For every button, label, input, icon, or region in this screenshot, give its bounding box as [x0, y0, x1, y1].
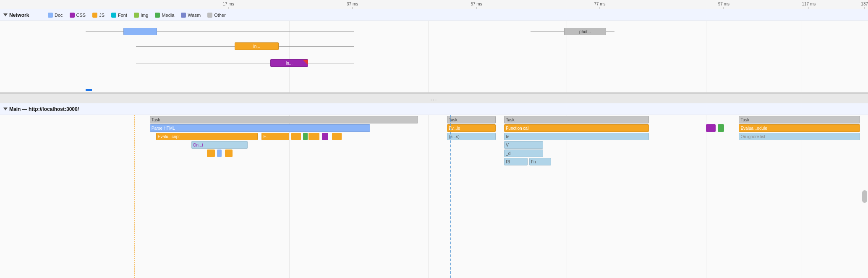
legend-color-js	[92, 13, 97, 18]
time-marker: 117 ms	[802, 2, 816, 6]
flame-block[interactable]	[225, 149, 233, 157]
legend-item-js: JS	[92, 13, 105, 18]
legend-label: Doc	[55, 13, 63, 18]
legend-item-img: Img	[134, 13, 148, 18]
legend-item-media: Media	[155, 13, 174, 18]
legend-label: Img	[141, 13, 148, 18]
grid-line	[428, 21, 429, 92]
net-bar-block	[123, 28, 157, 35]
grid-line	[706, 115, 706, 278]
collapse-icon[interactable]	[3, 13, 8, 16]
legend-label: Media	[162, 13, 174, 18]
timeline-container: 17 ms37 ms57 ms77 ms97 ms117 ms137 Netwo…	[0, 0, 868, 278]
flame-block[interactable]: Task	[447, 116, 496, 123]
timing-line	[134, 115, 135, 278]
flame-block[interactable]: Parse HTML	[150, 124, 371, 132]
net-bar-block: phot...	[564, 28, 606, 35]
legend-label: Other	[214, 13, 226, 18]
main-collapse-icon[interactable]	[3, 108, 8, 110]
flame-block[interactable]: Ev...le	[447, 124, 496, 132]
time-marker: 17 ms	[222, 2, 234, 6]
grid-line	[428, 115, 429, 278]
time-marker: 37 ms	[347, 2, 358, 6]
flame-block[interactable]: Task	[150, 116, 418, 123]
time-marker: 137	[861, 2, 868, 6]
flame-block[interactable]	[303, 133, 308, 140]
separator-dots: ...	[431, 95, 438, 102]
network-section: Network DocCSSJSFontImgMediaWasmOther in…	[0, 9, 868, 93]
network-label: Network	[9, 12, 29, 18]
flame-block[interactable]	[718, 124, 724, 132]
legend-item-css: CSS	[70, 13, 86, 18]
grid-line	[150, 115, 150, 278]
flame-block[interactable]	[291, 133, 301, 140]
flame-block[interactable]	[217, 149, 222, 157]
network-progress-bar	[86, 89, 92, 91]
flame-block[interactable]: (a...s)	[447, 133, 496, 140]
main-timeline: TaskTaskTaskTaskParse HTMLEv...leFunctio…	[0, 115, 868, 278]
legend-item-doc: Doc	[48, 13, 63, 18]
flame-block[interactable]: On...t	[191, 141, 248, 149]
time-marker: 77 ms	[594, 2, 605, 6]
network-timeline: in...in...phot...	[0, 21, 868, 92]
time-ruler-inner: 17 ms37 ms57 ms77 ms97 ms117 ms137	[171, 0, 868, 9]
flame-block[interactable]	[332, 133, 341, 140]
timing-line	[142, 115, 142, 278]
net-bar-line	[136, 63, 354, 63]
time-marker: 97 ms	[718, 2, 729, 6]
grid-line	[289, 115, 290, 278]
legend-label: CSS	[76, 13, 86, 18]
net-bar-block: in...	[235, 42, 279, 50]
net-bar-block: in...	[270, 59, 308, 67]
legend-color-font	[111, 13, 116, 18]
flame-block[interactable]: Evalua...odule	[739, 124, 860, 132]
flame-block[interactable]	[207, 149, 215, 157]
section-separator[interactable]: ...	[0, 93, 868, 103]
flame-block[interactable]	[309, 133, 319, 140]
network-header: Network DocCSSJSFontImgMediaWasmOther	[0, 9, 868, 21]
network-title: Network	[3, 12, 41, 18]
grid-line	[706, 21, 706, 92]
legend-color-other	[207, 13, 212, 18]
main-header: Main — http://localhost:3000/	[0, 103, 868, 115]
flame-block[interactable]	[322, 133, 328, 140]
flame-block[interactable]: Evalu...cript	[156, 133, 258, 140]
legend-label: Font	[118, 13, 127, 18]
main-title: Main — http://localhost:3000/	[3, 106, 79, 112]
flame-block[interactable]: Function call	[504, 124, 649, 132]
main-section: Main — http://localhost:3000/ TaskTaskTa…	[0, 103, 868, 278]
time-marker: 57 ms	[471, 2, 482, 6]
time-ruler: 17 ms37 ms57 ms77 ms97 ms117 ms137	[0, 0, 868, 9]
net-bar-container: phot...	[531, 27, 614, 36]
main-label: Main — http://localhost:3000/	[9, 106, 79, 112]
scrollbar-handle[interactable]	[862, 190, 867, 203]
legend-item-wasm: Wasm	[181, 13, 201, 18]
flame-block[interactable]: te	[504, 133, 649, 140]
legend-item-font: Font	[111, 13, 127, 18]
flame-block[interactable]: V	[504, 141, 543, 149]
legend-color-media	[155, 13, 160, 18]
flame-block[interactable]	[706, 124, 715, 132]
flame-block[interactable]: Task	[739, 116, 860, 123]
net-bar-container	[86, 27, 354, 36]
flame-block[interactable]: Rl	[504, 158, 528, 165]
legend-color-img	[134, 13, 139, 18]
flame-block[interactable]: E...	[261, 133, 289, 140]
grid-line	[802, 21, 802, 92]
flame-block[interactable]: On ignore list	[739, 133, 860, 140]
cursor-line	[450, 115, 451, 278]
net-bar-container: in...	[136, 42, 354, 50]
legend-label: Wasm	[188, 13, 201, 18]
flame-block[interactable]: _d	[504, 149, 543, 157]
legend-label: JS	[99, 13, 105, 18]
net-bar-container: in...	[136, 59, 354, 67]
legend-item-other: Other	[207, 13, 226, 18]
legend-color-doc	[48, 13, 53, 18]
legend-color-wasm	[181, 13, 186, 18]
flame-block[interactable]: Fn	[529, 158, 551, 165]
legend-color-css	[70, 13, 75, 18]
flame-block[interactable]: Task	[504, 116, 649, 123]
